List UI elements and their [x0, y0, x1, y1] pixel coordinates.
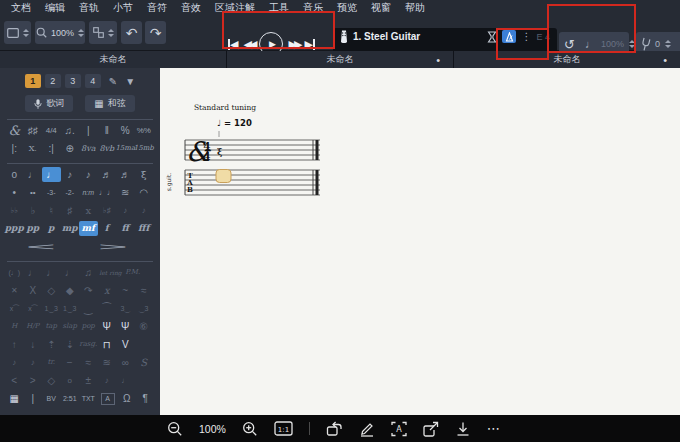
time-signature-icon[interactable]: 4/4: [42, 123, 61, 138]
dynamic-mp-icon[interactable]: mp: [61, 221, 80, 236]
menu-item[interactable]: 帮助: [398, 1, 432, 15]
view-mode-button[interactable]: [4, 21, 31, 44]
dynamic-fff-icon[interactable]: fff: [135, 221, 154, 236]
ghost-note-icon[interactable]: (♩): [5, 265, 24, 280]
edit-pencil-button[interactable]: [359, 421, 375, 437]
accent-icon[interactable]: ♩: [42, 265, 61, 280]
dead-note-icon[interactable]: ✕: [5, 283, 24, 298]
repeat-open-icon[interactable]: |:: [5, 141, 24, 156]
pick-up-icon[interactable]: V: [116, 337, 135, 352]
menu-item[interactable]: 工具: [262, 1, 296, 15]
rasgueado-icon[interactable]: rasg.: [79, 337, 98, 352]
n-tuplet-icon[interactable]: n:m: [79, 185, 98, 200]
vibrato-icon[interactable]: ~: [116, 283, 135, 298]
grace-bend-icon[interactable]: ♪: [24, 355, 43, 370]
menu-item[interactable]: 音效: [174, 1, 208, 15]
ornament-note-icon[interactable]: ♪: [98, 373, 117, 388]
barline-tool-icon[interactable]: |: [24, 391, 43, 406]
voice-filter-icon[interactable]: ▼: [125, 76, 135, 87]
dynamic-f-icon[interactable]: f: [98, 221, 117, 236]
tremolo-bar-icon[interactable]: −: [61, 355, 80, 370]
double-dot-icon[interactable]: ••: [24, 185, 43, 200]
augmentation-dot-icon[interactable]: •: [5, 185, 24, 200]
transpose-value[interactable]: 0: [655, 39, 660, 49]
fingering-icon[interactable]: ⑥: [135, 319, 154, 334]
tremolo-picking-icon[interactable]: ≈: [79, 355, 98, 370]
inverted-turn-icon[interactable]: S: [135, 355, 154, 370]
menu-item[interactable]: 音符: [140, 1, 174, 15]
palm-mute-icon[interactable]: P.M.: [124, 265, 143, 280]
ghost-bend-icon[interactable]: x: [98, 283, 117, 298]
menu-item[interactable]: 预览: [330, 1, 364, 15]
quarter-note-icon[interactable]: ♩: [42, 167, 61, 182]
document-tab[interactable]: 未命名 •: [227, 51, 454, 68]
grace-note-on-beat-icon[interactable]: ♪: [135, 203, 154, 218]
menu-item[interactable]: 小节: [106, 1, 140, 15]
let-ring-lines-icon[interactable]: ≋: [116, 185, 135, 200]
zoom-in-button[interactable]: [242, 421, 258, 437]
plus-minus-icon[interactable]: ±: [79, 373, 98, 388]
rehearsal-mark-icon[interactable]: A: [101, 393, 115, 405]
dynamic-pp-icon[interactable]: pp: [24, 221, 43, 236]
flat-icon[interactable]: ♭: [24, 203, 43, 218]
quindicesima-bassa-icon[interactable]: 15mb: [135, 141, 154, 156]
bell-icon[interactable]: Ω: [118, 391, 137, 406]
hammer-pull-icon[interactable]: H/P: [24, 319, 43, 334]
heavy-dead-note-icon[interactable]: X: [24, 283, 43, 298]
zoom-out-button[interactable]: [167, 421, 183, 437]
menu-item[interactable]: 编辑: [38, 1, 72, 15]
double-barline-icon[interactable]: ‖: [98, 123, 117, 138]
voice-2-button[interactable]: 2: [45, 74, 61, 88]
repeat-close-icon[interactable]: :|: [42, 141, 61, 156]
skip-to-end-button[interactable]: ▶: [304, 38, 314, 51]
ocr-text-button[interactable]: A: [391, 421, 407, 437]
loop-icon[interactable]: ↺: [564, 38, 575, 51]
document-tab[interactable]: 未命名: [0, 51, 227, 68]
heavy-accent-icon[interactable]: ♩: [61, 265, 80, 280]
sharp-icon[interactable]: ♯: [61, 203, 80, 218]
slide-out-icon[interactable]: ‿3: [135, 301, 154, 316]
clef-icon[interactable]: &: [5, 123, 24, 138]
sixty-fourth-note-icon[interactable]: ♬: [116, 167, 135, 182]
marcato-mark-icon[interactable]: >: [24, 373, 43, 388]
voice-1-button[interactable]: 1: [25, 74, 41, 88]
actual-size-button[interactable]: 1:1: [274, 421, 293, 436]
menu-item[interactable]: 音乐: [296, 1, 330, 15]
bend-vibrato-tool-icon[interactable]: BV: [42, 391, 61, 406]
accent-mark-icon[interactable]: <: [5, 373, 24, 388]
bend-icon[interactable]: ↷: [79, 283, 98, 298]
text-tool-icon[interactable]: TXT: [79, 391, 98, 406]
rest-icon[interactable]: ξ: [135, 167, 154, 182]
eighth-note-icon[interactable]: ♪: [61, 167, 80, 182]
slap-icon[interactable]: slap: [61, 319, 80, 334]
rewind-button[interactable]: ◀◀: [243, 38, 254, 51]
more-options-button[interactable]: ⋯: [487, 421, 501, 436]
prebend-icon[interactable]: x⁀: [24, 301, 43, 316]
tap-icon[interactable]: tap: [42, 319, 61, 334]
quindicesima-alta-icon[interactable]: 15ma: [116, 141, 135, 156]
hammer-legato-icon[interactable]: 1‿3: [42, 301, 61, 316]
voice-4-button[interactable]: 4: [85, 74, 101, 88]
menu-item[interactable]: 文档: [4, 1, 38, 15]
trill-icon[interactable]: tr.: [42, 355, 61, 370]
pop-icon[interactable]: pop: [79, 319, 98, 334]
triplet-icon[interactable]: -3-: [42, 185, 61, 200]
pull-legato-icon[interactable]: 1‿3: [61, 301, 80, 316]
menu-item[interactable]: 区域注解: [208, 1, 262, 15]
fast-forward-button[interactable]: ▶▶: [288, 38, 299, 51]
decrescendo-icon[interactable]: >: [0, 242, 160, 250]
turn-icon[interactable]: ∞: [116, 355, 135, 370]
natural-harmonic-icon[interactable]: ◇: [42, 283, 61, 298]
hammer-on-icon[interactable]: H: [5, 319, 24, 334]
alternate-ending-icon[interactable]: X.: [24, 141, 43, 156]
brush-down-icon[interactable]: ↓: [24, 337, 43, 352]
arpeggio-up-icon[interactable]: ⇡: [42, 337, 61, 352]
multivoice-icon[interactable]: ✎: [109, 76, 117, 87]
page-layout-button[interactable]: [89, 21, 117, 44]
double-simile-mark-icon[interactable]: %%: [135, 123, 154, 138]
document-tab[interactable]: 未命名 •: [454, 51, 680, 68]
dynamic-mf-icon[interactable]: mf: [79, 221, 98, 236]
artificial-harmonic-icon[interactable]: ◆: [61, 283, 80, 298]
simile-mark-icon[interactable]: %: [116, 123, 135, 138]
timestamp-tool-icon[interactable]: 2:51: [61, 391, 80, 406]
